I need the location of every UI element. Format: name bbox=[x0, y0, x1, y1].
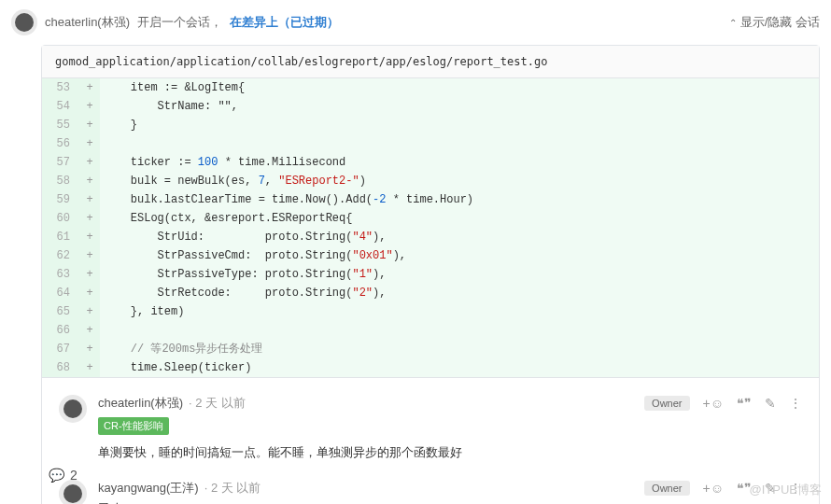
comment-text: 单测要快，睡的时间搞短一点。能不睡，单独测异步的那个函数最好 bbox=[98, 444, 802, 461]
diff-marker: + bbox=[79, 284, 100, 302]
comment-time: · 2 天 以前 bbox=[204, 480, 261, 497]
owner-badge: Owner bbox=[644, 481, 689, 496]
line-number: 68 bbox=[42, 358, 79, 377]
diff-panel: gomod_application/application/collab/esl… bbox=[41, 45, 820, 504]
comments-section: cheaterlin(林强) · 2 天 以前 Owner +☺ ❝❞ ✎ ⋮ … bbox=[42, 377, 819, 504]
line-number: 66 bbox=[42, 321, 79, 340]
more-icon[interactable]: ⋮ bbox=[789, 396, 802, 411]
code-content: ESLog(ctx, &esreport.ESReportReq{ bbox=[100, 209, 819, 228]
code-content: bulk = newBulk(es, 7, "ESReport2-") bbox=[100, 172, 819, 190]
diff-marker: + bbox=[79, 246, 100, 265]
avatar bbox=[11, 9, 37, 35]
diff-line: 63+ StrPassiveType: proto.String("1"), bbox=[42, 265, 819, 284]
line-number: 55 bbox=[42, 116, 79, 134]
diff-line: 65+ }, item) bbox=[42, 302, 819, 321]
code-content: StrPassiveType: proto.String("1"), bbox=[100, 265, 819, 284]
line-number: 58 bbox=[42, 172, 79, 190]
diff-marker: + bbox=[79, 340, 100, 358]
diff-line: 62+ StrPassiveCmd: proto.String("0x01"), bbox=[42, 246, 819, 265]
diff-line: 68+ time.Sleep(ticker) bbox=[42, 358, 819, 377]
diff-line: 64+ StrRetcode: proto.String("2"), bbox=[42, 284, 819, 302]
line-number: 53 bbox=[42, 78, 79, 97]
diff-line: 59+ bulk.lastClearTime = time.Now().Add(… bbox=[42, 190, 819, 209]
comment-time: · 2 天 以前 bbox=[189, 395, 246, 412]
code-content: StrPassiveCmd: proto.String("0x01"), bbox=[100, 246, 819, 265]
diff-line: 61+ StrUid: proto.String("4"), bbox=[42, 228, 819, 246]
file-path[interactable]: gomod_application/application/collab/esl… bbox=[42, 46, 819, 78]
avatar bbox=[59, 395, 87, 423]
diff-marker: + bbox=[79, 134, 100, 153]
diff-marker: + bbox=[79, 190, 100, 209]
code-content: ticker := 100 * time.Millisecond bbox=[100, 153, 819, 172]
code-content bbox=[100, 321, 819, 340]
line-number: 56 bbox=[42, 134, 79, 153]
avatar bbox=[59, 480, 87, 504]
code-content: StrRetcode: proto.String("2"), bbox=[100, 284, 819, 302]
diff-line: 57+ ticker := 100 * time.Millisecond bbox=[42, 153, 819, 172]
code-content: StrName: "", bbox=[100, 97, 819, 116]
diff-line: 54+ StrName: "", bbox=[42, 97, 819, 116]
diff-marker: + bbox=[79, 116, 100, 134]
code-content: StrUid: proto.String("4"), bbox=[100, 228, 819, 246]
comment-author[interactable]: kayangwang(王洋) bbox=[98, 480, 199, 497]
diff-marker: + bbox=[79, 172, 100, 190]
diff-marker: + bbox=[79, 209, 100, 228]
comment: kayangwang(王洋) · 2 天 以前 Owner +☺ ❝❞ ✎ ⋮ … bbox=[59, 474, 802, 504]
comment: cheaterlin(林强) · 2 天 以前 Owner +☺ ❝❞ ✎ ⋮ … bbox=[59, 389, 802, 474]
code-content: // 等200ms异步任务处理 bbox=[100, 340, 819, 358]
code-content: item := &LogItem{ bbox=[100, 78, 819, 97]
speech-bubble-icon: 💬 bbox=[49, 468, 64, 483]
thread-action: 开启一个会话， bbox=[137, 14, 222, 31]
watermark: @ITPUB博客 bbox=[750, 482, 822, 498]
diff-marker: + bbox=[79, 358, 100, 377]
line-number: 54 bbox=[42, 97, 79, 116]
diff-marker: + bbox=[79, 153, 100, 172]
code-content: } bbox=[100, 116, 819, 134]
owner-badge: Owner bbox=[644, 396, 689, 411]
reply-count: 💬 2 bbox=[49, 468, 77, 483]
diff-body: 53+ item := &LogItem{54+ StrName: "",55+… bbox=[42, 78, 819, 377]
diff-line: 58+ bulk = newBulk(es, 7, "ESReport2-") bbox=[42, 172, 819, 190]
line-number: 63 bbox=[42, 265, 79, 284]
toggle-thread[interactable]: ⌃ 显示/隐藏 会话 bbox=[729, 14, 820, 31]
line-number: 64 bbox=[42, 284, 79, 302]
line-number: 61 bbox=[42, 228, 79, 246]
diff-marker: + bbox=[79, 97, 100, 116]
line-number: 62 bbox=[42, 246, 79, 265]
thread-header: cheaterlin(林强) 开启一个会话， 在差异上（已过期） ⌃ 显示/隐藏… bbox=[11, 7, 820, 45]
emoji-icon[interactable]: +☺ bbox=[703, 396, 724, 411]
diff-line: 53+ item := &LogItem{ bbox=[42, 78, 819, 97]
code-content: time.Sleep(ticker) bbox=[100, 358, 819, 377]
diff-line: 56+ bbox=[42, 134, 819, 153]
diff-marker: + bbox=[79, 265, 100, 284]
thread-author: cheaterlin(林强) bbox=[45, 14, 130, 31]
emoji-icon[interactable]: +☺ bbox=[703, 481, 724, 496]
diff-line: 55+ } bbox=[42, 116, 819, 134]
edit-icon[interactable]: ✎ bbox=[765, 396, 776, 411]
comment-tag[interactable]: CR-性能影响 bbox=[98, 417, 169, 435]
line-number: 65 bbox=[42, 302, 79, 321]
chevron-up-icon: ⌃ bbox=[729, 18, 737, 28]
comment-text: 已改30ms bbox=[98, 500, 802, 504]
line-number: 60 bbox=[42, 209, 79, 228]
diff-line: 67+ // 等200ms异步任务处理 bbox=[42, 340, 819, 358]
diff-line: 60+ ESLog(ctx, &esreport.ESReportReq{ bbox=[42, 209, 819, 228]
line-number: 67 bbox=[42, 340, 79, 358]
code-content: bulk.lastClearTime = time.Now().Add(-2 *… bbox=[100, 190, 819, 209]
diff-marker: + bbox=[79, 78, 100, 97]
line-number: 57 bbox=[42, 153, 79, 172]
diff-marker: + bbox=[79, 321, 100, 340]
code-content: }, item) bbox=[100, 302, 819, 321]
diff-link[interactable]: 在差异上（已过期） bbox=[230, 14, 339, 31]
comment-author[interactable]: cheaterlin(林强) bbox=[98, 395, 183, 412]
line-number: 59 bbox=[42, 190, 79, 209]
quote-icon[interactable]: ❝❞ bbox=[737, 396, 752, 411]
diff-line: 66+ bbox=[42, 321, 819, 340]
diff-marker: + bbox=[79, 302, 100, 321]
code-content bbox=[100, 134, 819, 153]
diff-marker: + bbox=[79, 228, 100, 246]
